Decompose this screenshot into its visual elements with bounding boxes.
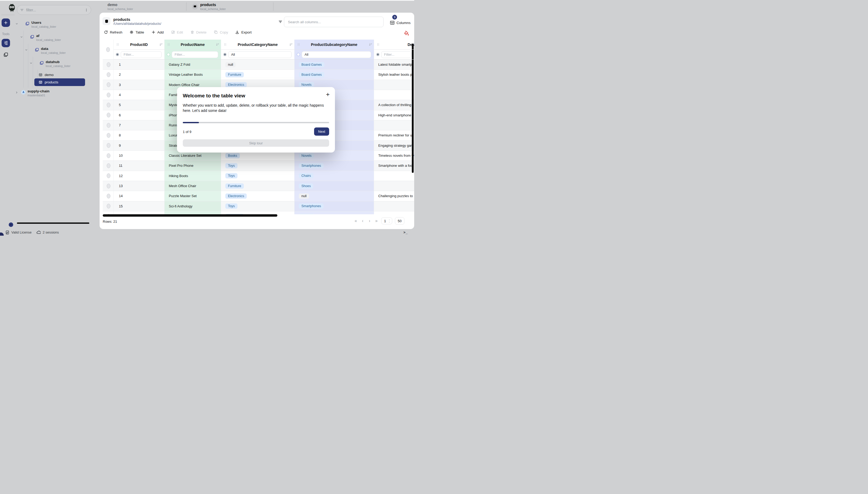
filter-lines-icon	[20, 8, 24, 12]
sidebar-item-datahub[interactable]: datahublocal_catalog_lister	[29, 60, 71, 70]
cell-ProductSubcategoryName: Smartphones	[294, 201, 374, 211]
sidebar-item-supply-chain[interactable]: A supply-chainmasterdata01	[15, 89, 49, 99]
table-row[interactable]: 15Sci-fi AnthologyToysSmartphones	[100, 201, 414, 211]
column-color-dot[interactable]	[223, 53, 227, 56]
cell-Description	[374, 181, 414, 191]
chevron-right-icon[interactable]	[15, 91, 18, 94]
column-header-Description[interactable]: Description	[374, 40, 414, 50]
sidebar-item-products[interactable]: products	[34, 78, 85, 86]
column-filter-Description[interactable]: Filter...	[381, 51, 411, 58]
row-select-circle[interactable]	[107, 143, 110, 148]
row-select-circle[interactable]	[107, 72, 110, 77]
drag-handle-icon[interactable]	[223, 42, 227, 46]
search-input[interactable]: Search all columns...	[284, 17, 383, 27]
chevron-down-icon[interactable]	[15, 22, 18, 25]
page-stepper[interactable]	[388, 219, 391, 223]
filter-toggle-icon[interactable]	[278, 20, 283, 24]
column-header-ProductName[interactable]: ProductName	[165, 40, 221, 50]
edit-button[interactable]: Edit	[171, 30, 183, 34]
sidebar-expand-button[interactable]	[9, 223, 13, 227]
folders-icon[interactable]	[3, 52, 8, 57]
modal-close-icon[interactable]: +	[326, 91, 330, 98]
row-select-circle[interactable]	[107, 82, 110, 87]
sort-icon[interactable]	[216, 42, 219, 46]
chevron-down-icon[interactable]	[29, 61, 33, 65]
table-horizontal-scrollbar[interactable]	[103, 214, 277, 217]
row-select-circle[interactable]	[107, 103, 110, 108]
column-filter-ProductName[interactable]: Filter...	[172, 51, 218, 58]
sidebar-item-demo[interactable]: demo	[34, 71, 85, 78]
table-row[interactable]: 12Hiking BootsToysChairs	[100, 171, 414, 181]
drag-handle-icon[interactable]	[167, 42, 170, 46]
sidebar-filter[interactable]: filter...	[17, 5, 91, 15]
paint-bucket-icon[interactable]	[404, 30, 409, 36]
sidebar-horizontal-scrollbar[interactable]	[17, 223, 89, 224]
tab-demo[interactable]: demolocal_schema_lister	[100, 1, 186, 13]
sort-icon[interactable]	[289, 42, 293, 46]
columns-button[interactable]: Columns	[390, 18, 413, 27]
column-filter-ProductSubcategoryName[interactable]: All	[302, 51, 371, 58]
row-select-circle[interactable]	[107, 123, 110, 128]
column-filter-ProductCategoryName[interactable]: All	[228, 51, 292, 58]
table-row[interactable]: 1Galaxy Z FoldnullBoard GamesLatest fold…	[100, 60, 414, 70]
page-number-input[interactable]: 1	[381, 217, 392, 224]
drag-handle-icon[interactable]	[376, 42, 380, 46]
chevron-down-icon[interactable]	[24, 48, 28, 52]
row-select-circle[interactable]	[107, 184, 110, 188]
page-size-button[interactable]: 50	[395, 217, 404, 225]
column-color-dot[interactable]	[376, 53, 380, 56]
add-button[interactable]: Add	[151, 30, 164, 34]
first-page-button[interactable]: «	[354, 218, 358, 223]
tab-products[interactable]: productslocal_schema_lister	[186, 1, 273, 13]
refresh-button[interactable]: Refresh	[104, 30, 122, 34]
row-select-circle[interactable]	[107, 62, 110, 67]
cell-Description: Challenging puzzles to	[374, 191, 414, 201]
table-row[interactable]: 13Mesh Office ChairFurnitureShoes	[100, 181, 414, 191]
chevron-down-icon[interactable]	[20, 35, 23, 39]
column-color-dot[interactable]	[116, 53, 119, 56]
table-row[interactable]: 11Pixel Pro PhoneToysSmartphonesSmartpho…	[100, 161, 414, 171]
table-row[interactable]: 16Gourmet CookbookFurnitureNovelsBudget-…	[100, 211, 414, 214]
column-header-ProductSubcategoryName[interactable]: ProductSubcategoryName	[294, 40, 374, 50]
next-page-button[interactable]: ›	[367, 218, 372, 223]
row-select-circle[interactable]	[107, 153, 110, 158]
add-connection-button[interactable]	[2, 18, 10, 27]
gear-icon	[129, 30, 134, 34]
terminal-icon[interactable]: >_	[403, 230, 408, 234]
kebab-menu-icon[interactable]	[85, 8, 88, 12]
delete-button[interactable]: Delete	[190, 30, 206, 34]
owl-logo-icon[interactable]	[7, 3, 17, 13]
tree-view-button[interactable]	[2, 39, 10, 47]
last-page-button[interactable]: »	[374, 218, 379, 223]
drag-handle-icon[interactable]	[116, 42, 120, 46]
skip-tour-button[interactable]: Skip tour	[183, 139, 329, 147]
next-button[interactable]: Next	[314, 128, 329, 136]
sidebar-item-af[interactable]: aflocal_catalog_lister	[20, 34, 61, 43]
select-all-header[interactable]	[103, 40, 113, 60]
prev-page-button[interactable]: ‹	[361, 218, 365, 223]
row-select-circle[interactable]	[107, 93, 110, 97]
sidebar-item-Users[interactable]: Userslocal_catalog_lister	[15, 21, 56, 30]
row-select-circle[interactable]	[107, 194, 110, 198]
select-all-circle[interactable]	[106, 47, 110, 52]
sort-icon[interactable]	[159, 42, 163, 46]
row-select-circle[interactable]	[107, 173, 110, 178]
sort-icon[interactable]	[368, 42, 373, 46]
row-select-circle[interactable]	[107, 133, 110, 138]
table-row[interactable]: 14Puzzle Master SetElectronicsnullChalle…	[100, 191, 414, 201]
export-button[interactable]: Export	[235, 30, 252, 34]
column-header-ProductCategoryName[interactable]: ProductCategoryName	[221, 40, 294, 50]
table-row[interactable]: 2Vintage Leather BootsFurnitureBoard Gam…	[100, 70, 414, 80]
row-select-circle[interactable]	[107, 204, 110, 208]
column-filter-ProductID[interactable]: Filter...	[121, 51, 162, 58]
drag-handle-icon[interactable]	[297, 42, 301, 46]
copy-button[interactable]: Copy	[214, 30, 228, 34]
table-button[interactable]: Table	[129, 30, 144, 34]
table-vertical-scrollbar[interactable]	[412, 43, 414, 173]
sidebar-item-data[interactable]: datalocal_catalog_lister	[24, 47, 66, 56]
column-color-dot[interactable]	[167, 53, 170, 56]
row-select-circle[interactable]	[107, 113, 110, 117]
row-select-circle[interactable]	[107, 163, 110, 168]
column-header-ProductID[interactable]: ProductID	[113, 40, 165, 50]
column-color-dot[interactable]	[297, 53, 300, 56]
